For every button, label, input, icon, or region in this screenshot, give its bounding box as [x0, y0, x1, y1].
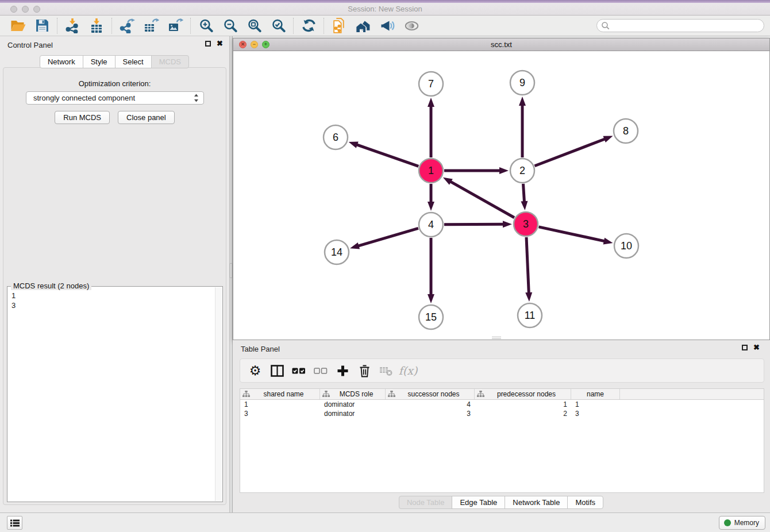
import-network-button[interactable] — [60, 17, 84, 35]
new-network-button[interactable] — [327, 17, 351, 35]
cell-predecessor-nodes[interactable]: 1 — [475, 400, 571, 408]
graph-node-label: 10 — [621, 240, 632, 252]
function-builder-button[interactable]: f(x) — [400, 362, 416, 379]
table-row[interactable]: 1 dominator 4 1 1 — [240, 400, 764, 409]
zoom-fit-button[interactable] — [242, 17, 266, 35]
graph-edge-3-11[interactable] — [526, 237, 529, 294]
graph-node-label: 6 — [333, 132, 338, 143]
mcds-result-text[interactable]: 1 3 — [8, 288, 214, 501]
run-mcds-button[interactable]: Run MCDS — [55, 111, 110, 124]
mcds-result-line: 3 — [11, 300, 211, 310]
apply-layout-button[interactable] — [297, 17, 321, 35]
zoom-out-icon — [223, 18, 237, 33]
create-column-button[interactable] — [334, 362, 351, 379]
home-button[interactable] — [351, 17, 375, 35]
tab-motifs[interactable]: Motifs — [567, 496, 603, 509]
search-box[interactable] — [596, 19, 764, 32]
tab-style[interactable]: Style — [83, 55, 116, 68]
delete-columns-button[interactable] — [356, 362, 372, 379]
unselect-all-button[interactable] — [313, 362, 329, 379]
control-panel-float-icon[interactable] — [205, 41, 211, 47]
tab-node-table[interactable]: Node Table — [399, 496, 453, 509]
delete-table-icon — [379, 365, 393, 376]
graph-node-label: 14 — [331, 246, 342, 258]
cell-mcds-role[interactable]: dominator — [320, 400, 386, 408]
window-titlebar: Session: New Session — [0, 0, 770, 16]
toolbar-separator — [111, 18, 112, 34]
new-network-icon — [332, 18, 346, 33]
delete-table-button[interactable] — [378, 362, 394, 379]
zoom-out-button[interactable] — [218, 17, 242, 35]
cell-successor-nodes[interactable]: 4 — [386, 400, 475, 408]
network-maximize-icon[interactable]: + — [262, 41, 270, 48]
select-all-button[interactable] — [291, 362, 307, 379]
eye-button[interactable] — [399, 17, 424, 35]
column-header-successor-nodes[interactable]: successor nodes — [386, 389, 475, 399]
node-table: shared name MCDS role — [240, 388, 764, 493]
column-header-shared-name[interactable]: shared name — [240, 389, 320, 399]
open-file-button[interactable] — [6, 17, 30, 35]
network-window-titlebar[interactable]: ✕ − + scc.txt — [233, 38, 769, 51]
control-panel-close-icon[interactable]: ✖ — [217, 41, 223, 47]
import-table-icon — [89, 18, 104, 33]
column-header-predecessor-nodes[interactable]: predecessor nodes — [475, 389, 571, 399]
show-columns-button[interactable] — [269, 362, 285, 379]
cell-name[interactable]: 3 — [571, 410, 620, 418]
tab-network[interactable]: Network — [40, 55, 83, 68]
zoom-in-button[interactable] — [194, 17, 218, 35]
table-row[interactable]: 3 dominator 3 2 3 — [240, 409, 764, 418]
tab-mcds[interactable]: MCDS — [151, 55, 189, 68]
graph-edge-2-3[interactable] — [523, 184, 524, 203]
table-panel-close-icon[interactable]: ✖ — [753, 345, 760, 350]
graph-edge-2-8[interactable] — [534, 138, 606, 166]
main-toolbar — [0, 16, 770, 36]
graph-edge-4-3[interactable] — [444, 224, 505, 225]
graph-node-label: 9 — [519, 77, 525, 88]
close-panel-button[interactable]: Close panel — [118, 111, 175, 124]
network-close-icon[interactable]: ✕ — [239, 41, 247, 48]
control-panel-title: Control Panel — [7, 41, 53, 49]
columns-icon — [271, 365, 284, 377]
network-minimize-icon[interactable]: − — [251, 41, 258, 48]
graph-edge-1-6[interactable] — [356, 144, 418, 166]
export-network-icon — [120, 18, 135, 33]
graph-edge-4-14[interactable] — [357, 228, 418, 246]
graph-edge-3-1[interactable] — [449, 181, 514, 218]
export-image-button[interactable] — [163, 17, 187, 35]
cell-predecessor-nodes[interactable]: 2 — [475, 410, 571, 418]
horizontal-split-handle[interactable] — [492, 337, 501, 339]
network-graph[interactable]: 7968124314101511 — [233, 51, 769, 340]
table-settings-button[interactable]: ⚙ — [247, 362, 263, 379]
column-header-name[interactable]: name — [571, 389, 620, 399]
panel-divider-handle[interactable] — [230, 263, 232, 278]
save-session-button[interactable] — [30, 17, 54, 35]
list-icon — [10, 519, 20, 527]
announce-button[interactable] — [375, 17, 399, 35]
cell-successor-nodes[interactable]: 3 — [386, 410, 475, 418]
search-input[interactable] — [610, 22, 764, 30]
cell-mcds-role[interactable]: dominator — [320, 410, 386, 418]
graph-node-label: 1 — [428, 165, 434, 176]
control-panel-tabs: Network Style Select MCDS — [0, 55, 229, 68]
table-panel-float-icon[interactable] — [742, 345, 748, 350]
tab-edge-table[interactable]: Edge Table — [452, 496, 505, 509]
zoom-selected-button[interactable] — [266, 17, 290, 35]
import-table-button[interactable] — [84, 17, 109, 35]
column-header-mcds-role[interactable]: MCDS role — [320, 389, 386, 399]
control-panel: Control Panel ✖ Network Style Select MCD… — [0, 36, 229, 512]
task-history-button[interactable] — [7, 516, 22, 530]
criterion-dropdown-value: strongly connected component — [33, 94, 194, 102]
cell-name[interactable]: 1 — [571, 400, 620, 408]
graph-edge-3-10[interactable] — [538, 227, 605, 241]
mcds-result-scrollbar[interactable] — [215, 287, 222, 501]
criterion-dropdown[interactable]: strongly connected component — [26, 91, 204, 105]
tab-network-table[interactable]: Network Table — [505, 496, 568, 509]
tab-select[interactable]: Select — [115, 55, 152, 68]
export-table-button[interactable] — [139, 17, 163, 35]
cell-shared-name[interactable]: 3 — [240, 410, 320, 418]
dropdown-stepper-icon — [194, 94, 199, 102]
export-network-button[interactable] — [115, 17, 139, 35]
cell-shared-name[interactable]: 1 — [240, 400, 320, 408]
graph-node-label: 3 — [523, 218, 529, 230]
memory-button[interactable]: Memory — [719, 516, 765, 530]
